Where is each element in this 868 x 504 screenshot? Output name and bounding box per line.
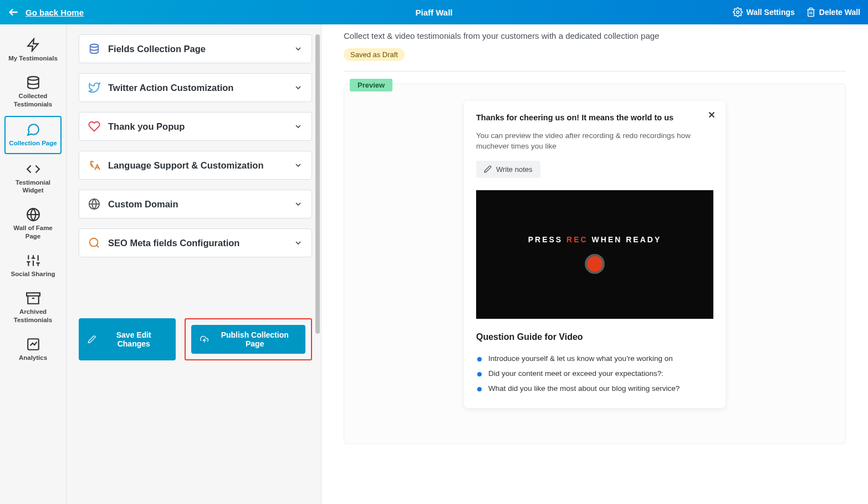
globe-icon [88,198,100,210]
chart-icon [26,337,40,352]
nav-label: My Testimonials [8,54,58,62]
gear-icon [733,7,743,17]
chevron-down-icon [294,122,303,131]
accordion-twitter[interactable]: Twitter Action Customization [79,73,312,102]
nav-social-sharing[interactable]: Social Sharing [4,248,62,283]
chevron-down-icon [294,161,303,170]
preview-badge: Preview [350,79,392,91]
nav-testimonial-widget[interactable]: Testimonial Widget [4,156,62,200]
preview-card: Thanks for cheering us on! It means the … [464,101,726,408]
chevron-down-icon [294,44,303,53]
accordion-title: Language Support & Customization [108,160,294,171]
pencil-icon [484,165,492,173]
archive-icon [26,291,40,306]
code-icon [26,162,40,176]
svg-point-16 [90,44,99,48]
sliders-icon [26,253,40,268]
accordion-title: SEO Meta fields Configuration [108,238,294,248]
go-back-link[interactable]: Go back Home [25,8,84,17]
accordion-title: Thank you Popup [108,121,294,132]
publish-highlight: Publish Collection Page [185,318,312,360]
nav-analytics[interactable]: Analytics [4,332,62,367]
nav-label: Analytics [19,354,47,362]
layers-icon [88,43,100,55]
nav-label: Archived Testimonials [8,308,58,324]
write-notes-button[interactable]: Write notes [476,161,540,178]
accordion-title: Custom Domain [108,199,294,210]
upload-cloud-icon [200,335,208,344]
chat-icon [26,123,40,137]
svg-point-19 [90,238,98,247]
accordion-seo-meta[interactable]: SEO Meta fields Configuration [79,228,312,257]
wall-settings-label: Wall Settings [746,8,794,17]
trash-icon [806,7,816,17]
chevron-down-icon [294,200,303,208]
accordion-title: Fields Collection Page [108,44,294,54]
publish-collection-button[interactable]: Publish Collection Page [191,325,305,354]
nav-collected-testimonials[interactable]: Collected Testimonials [4,70,62,114]
preview-intro-text: Collect text & video testimonials from y… [344,31,846,40]
chevron-down-icon [294,83,303,92]
nav-label: Collected Testimonials [8,92,58,108]
draft-badge: Saved as Draft [344,48,405,61]
card-subtitle: You can preview the video after recordin… [476,131,713,152]
wall-settings-button[interactable]: Wall Settings [733,7,794,17]
nav-label: Collection Page [9,139,57,147]
nav-wall-of-fame[interactable]: Wall of Fame Page [4,202,62,246]
save-edit-button[interactable]: Save Edit Changes [79,318,176,360]
translate-icon [88,159,100,171]
publish-label: Publish Collection Page [213,330,297,348]
settings-panel: Fields Collection Page Twitter Action Cu… [67,24,321,504]
heart-icon [88,120,100,133]
preview-area: Collect text & video testimonials from y… [321,24,868,504]
topbar: Go back Home Piaff Wall Wall Settings De… [0,0,868,24]
nav-archived-testimonials[interactable]: Archived Testimonials [4,286,62,329]
card-title: Thanks for cheering us on! It means the … [476,113,713,122]
close-icon[interactable] [707,110,717,120]
panel-scrollbar[interactable] [315,34,320,334]
press-rec-text: PRESS REC WHEN READY [528,235,661,244]
nav-collection-page[interactable]: Collection Page [4,116,62,154]
arrow-left-icon[interactable] [8,6,20,18]
nav-my-testimonials[interactable]: My Testimonials [4,32,62,68]
accordion-title: Twitter Action Customization [108,83,294,93]
question-guide-title: Question Guide for Video [476,332,713,342]
accordion-thank-you[interactable]: Thank you Popup [79,112,312,141]
svg-point-1 [28,77,39,81]
svg-rect-13 [27,293,40,296]
save-edit-label: Save Edit Changes [100,330,167,348]
nav-label: Testimonial Widget [8,179,58,195]
lightning-icon [26,38,40,52]
nav-label: Wall of Fame Page [8,224,58,240]
search-icon [88,237,100,249]
sidebar: My Testimonials Collected Testimonials C… [0,24,67,504]
pencil-icon [88,335,96,344]
svg-line-20 [96,245,99,247]
write-notes-label: Write notes [496,165,533,174]
globe-icon [26,207,40,222]
wall-title: Piaff Wall [416,8,453,17]
question-list: Introduce yourself & let us know what yo… [476,351,713,396]
twitter-icon [88,82,100,94]
chevron-down-icon [294,238,303,247]
nav-label: Social Sharing [11,270,55,278]
record-button[interactable] [585,254,605,274]
video-recorder: PRESS REC WHEN READY [476,190,713,319]
delete-wall-button[interactable]: Delete Wall [806,7,860,17]
delete-wall-label: Delete Wall [819,8,860,17]
accordion-custom-domain[interactable]: Custom Domain [79,190,312,218]
accordion-fields-collection[interactable]: Fields Collection Page [79,34,312,63]
question-item: What did you like the most about our blo… [476,381,713,396]
svg-point-0 [737,11,739,14]
accordion-language[interactable]: Language Support & Customization [79,151,312,180]
database-icon [26,75,40,90]
question-item: Did your content meet or exceed your exp… [476,366,713,381]
question-item: Introduce yourself & let us know what yo… [476,351,713,366]
